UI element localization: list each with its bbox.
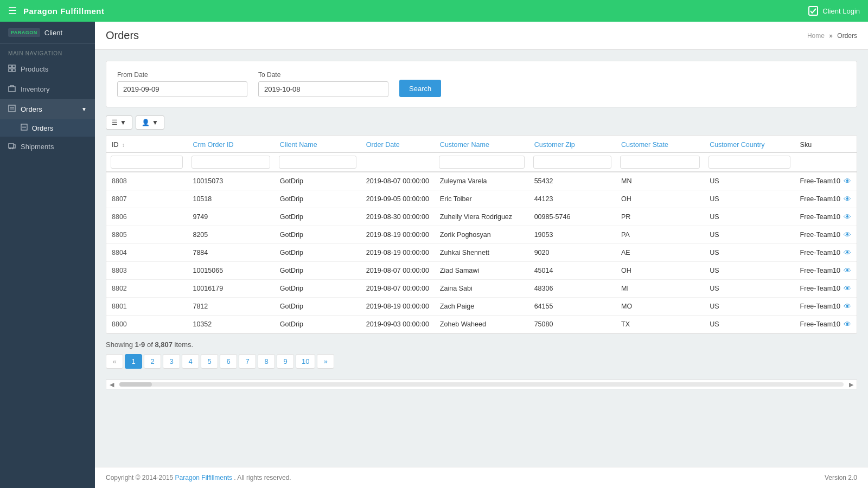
search-button[interactable]: Search bbox=[399, 80, 441, 97]
cell-country: US bbox=[704, 190, 794, 208]
horizontal-scrollbar[interactable]: ◀ ▶ bbox=[106, 380, 857, 389]
cell-customer: Zuheily Viera Rodriguez bbox=[435, 208, 529, 226]
cell-client: GotDrip bbox=[275, 172, 361, 190]
view-icon[interactable]: 👁 bbox=[844, 266, 851, 275]
view-icon[interactable]: 👁 bbox=[844, 302, 851, 311]
filter-state-input[interactable] bbox=[620, 156, 700, 169]
page-8[interactable]: 8 bbox=[258, 354, 275, 369]
filter-id-input[interactable] bbox=[111, 156, 183, 169]
cell-state: MI bbox=[616, 280, 704, 298]
cell-zip: 55432 bbox=[529, 172, 616, 190]
page-3[interactable]: 3 bbox=[163, 354, 180, 369]
scroll-track[interactable] bbox=[119, 382, 844, 387]
col-customer-country[interactable]: Customer Country bbox=[704, 136, 794, 152]
orders-table: ID ↕ Crm Order ID Client Name Order Date… bbox=[106, 136, 857, 333]
breadcrumb-separator: » bbox=[829, 32, 833, 40]
sidebar-item-orders[interactable]: Orders ▼ bbox=[0, 99, 95, 119]
page-9[interactable]: 9 bbox=[277, 354, 294, 369]
table-row: 8800 10352 GotDrip 2019-09-03 00:00:00 Z… bbox=[106, 316, 857, 333]
cell-zip: 00985-5746 bbox=[529, 208, 616, 226]
company-link[interactable]: Paragon Filfillments bbox=[175, 474, 232, 481]
scroll-left-arrow[interactable]: ◀ bbox=[106, 380, 117, 389]
page-next[interactable]: » bbox=[317, 354, 334, 369]
rights-text: . All rights reserved. bbox=[234, 474, 291, 481]
to-date-input[interactable] bbox=[258, 81, 388, 97]
cell-sku: Free-Team10 👁 bbox=[795, 244, 857, 261]
cell-date: 2019-08-19 00:00:00 bbox=[361, 226, 435, 244]
sidebar-item-inventory[interactable]: Inventory bbox=[0, 79, 95, 99]
shipments-icon bbox=[8, 142, 16, 151]
page-4[interactable]: 4 bbox=[182, 354, 199, 369]
cell-customer: Eric Tolber bbox=[435, 190, 529, 208]
cell-zip: 9020 bbox=[529, 244, 616, 262]
hamburger-icon[interactable]: ☰ bbox=[8, 5, 17, 17]
scroll-right-arrow[interactable]: ▶ bbox=[846, 380, 857, 389]
col-customer-state[interactable]: Customer State bbox=[616, 136, 704, 152]
cell-country: US bbox=[704, 226, 794, 244]
page-6[interactable]: 6 bbox=[220, 354, 237, 369]
cell-state: PR bbox=[616, 208, 704, 226]
col-client-name[interactable]: Client Name bbox=[275, 136, 361, 152]
filter-country-input[interactable] bbox=[709, 156, 790, 169]
footer-version: Version 2.0 bbox=[825, 474, 857, 481]
cell-crm: 10015073 bbox=[187, 172, 274, 190]
client-login-label[interactable]: Client Login bbox=[822, 7, 860, 15]
cell-customer: Ziad Samawi bbox=[435, 262, 529, 280]
page-7[interactable]: 7 bbox=[239, 354, 256, 369]
footer: Copyright © 2014-2015 Paragon Filfillmen… bbox=[95, 467, 868, 488]
scroll-thumb[interactable] bbox=[119, 382, 152, 387]
cell-country: US bbox=[704, 172, 794, 190]
filter-crm-input[interactable] bbox=[192, 156, 270, 169]
view-icon[interactable]: 👁 bbox=[844, 248, 851, 257]
sidebar-brand: PARAGON Client bbox=[0, 22, 95, 44]
from-date-input[interactable] bbox=[117, 81, 247, 97]
list-view-button[interactable]: ☰ ▼ bbox=[106, 115, 132, 130]
view-icon[interactable]: 👁 bbox=[844, 213, 851, 221]
page-10[interactable]: 10 bbox=[296, 354, 315, 369]
view-icon[interactable]: 👁 bbox=[844, 230, 851, 239]
main-content: Orders Home » Orders From Date To Date bbox=[95, 22, 868, 488]
user-icon: 👤 bbox=[142, 119, 150, 126]
filter-zip-input[interactable] bbox=[533, 156, 611, 169]
breadcrumb-current: Orders bbox=[837, 32, 857, 40]
col-order-date[interactable]: Order Date bbox=[361, 136, 435, 152]
page-5[interactable]: 5 bbox=[201, 354, 218, 369]
col-id[interactable]: ID ↕ bbox=[106, 136, 187, 152]
sidebar-item-shipments[interactable]: Shipments bbox=[0, 137, 95, 157]
view-icon[interactable]: 👁 bbox=[844, 195, 851, 203]
cell-state: TX bbox=[616, 316, 704, 333]
page-1[interactable]: 1 bbox=[125, 354, 142, 369]
sidebar-subitem-orders[interactable]: Orders bbox=[0, 119, 95, 137]
user-filter-button[interactable]: 👤 ▼ bbox=[136, 115, 164, 130]
col-sku[interactable]: Sku bbox=[795, 136, 857, 152]
sidebar-item-products[interactable]: Products bbox=[0, 59, 95, 79]
col-crm-order-id[interactable]: Crm Order ID bbox=[187, 136, 274, 152]
cell-id: 8808 bbox=[106, 172, 187, 190]
filter-customer-input[interactable] bbox=[439, 156, 525, 169]
showing-text: Showing bbox=[106, 341, 135, 349]
sidebar: PARAGON Client MAIN NAVIGATION Products … bbox=[0, 22, 95, 488]
filter-sku bbox=[795, 152, 857, 172]
cell-crm: 9749 bbox=[187, 208, 274, 226]
cell-crm: 10016179 bbox=[187, 280, 274, 298]
page-2[interactable]: 2 bbox=[144, 354, 161, 369]
to-date-label: To Date bbox=[258, 71, 388, 79]
cell-crm: 10352 bbox=[187, 316, 274, 333]
filter-client-input[interactable] bbox=[279, 156, 356, 169]
col-customer-zip[interactable]: Customer Zip bbox=[529, 136, 616, 152]
view-icon[interactable]: 👁 bbox=[844, 320, 851, 329]
cell-zip: 19053 bbox=[529, 226, 616, 244]
cell-sku: Free-Team10 👁 bbox=[795, 190, 857, 208]
view-icon[interactable]: 👁 bbox=[844, 284, 851, 293]
list-icon: ☰ bbox=[112, 119, 118, 126]
filter-customer bbox=[435, 152, 529, 172]
cell-customer: Zorik Poghosyan bbox=[435, 226, 529, 244]
svg-rect-3 bbox=[12, 69, 15, 72]
cell-client: GotDrip bbox=[275, 190, 361, 208]
view-icon[interactable]: 👁 bbox=[844, 177, 851, 185]
col-customer-name[interactable]: Customer Name bbox=[435, 136, 529, 152]
cell-date: 2019-08-07 00:00:00 bbox=[361, 262, 435, 280]
cell-date: 2019-08-07 00:00:00 bbox=[361, 172, 435, 190]
breadcrumb-home[interactable]: Home bbox=[807, 32, 825, 40]
page-prev[interactable]: « bbox=[106, 354, 123, 369]
